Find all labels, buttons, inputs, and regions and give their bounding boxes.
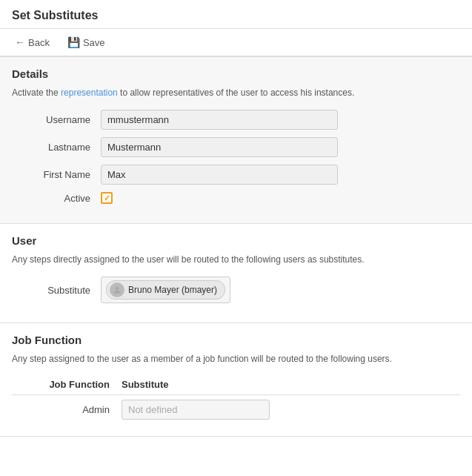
job-function-section: Job Function Any step assigned to the us… — [0, 323, 472, 437]
save-icon: 💾 — [67, 36, 80, 48]
active-checkbox-container — [101, 192, 113, 204]
toolbar: ← Back 💾 Save — [0, 29, 472, 57]
col-job-function-header: Job Function — [12, 376, 116, 395]
save-button[interactable]: 💾 Save — [64, 35, 108, 50]
lastname-row: Lastname — [12, 137, 460, 157]
save-label: Save — [83, 37, 105, 48]
firstname-row: First Name — [12, 165, 460, 185]
user-description: Any steps directly assigned to the user … — [12, 253, 460, 266]
substitute-tag: Bruno Mayer (bmayer) — [106, 280, 225, 300]
lastname-label: Lastname — [12, 142, 101, 153]
details-title: Details — [12, 67, 460, 80]
active-row: Active — [12, 192, 460, 204]
lastname-input[interactable] — [101, 137, 338, 157]
substitute-label: Substitute — [12, 285, 101, 296]
svg-point-0 — [116, 286, 119, 290]
firstname-input[interactable] — [101, 165, 338, 185]
user-section: User Any steps directly assigned to the … — [0, 224, 472, 323]
table-header-row: Job Function Substitute — [12, 376, 460, 395]
table-row: AdminNot defined — [12, 395, 460, 425]
substitute-row: Substitute Bruno Mayer (bmayer) — [12, 277, 460, 303]
username-input[interactable] — [101, 110, 338, 130]
back-button[interactable]: ← Back — [12, 35, 53, 50]
page-title: Set Substitutes — [0, 0, 472, 29]
job-function-description: Any step assigned to the user as a membe… — [12, 352, 460, 366]
col-substitute-header: Substitute — [116, 376, 460, 395]
user-title: User — [12, 234, 460, 247]
substitute-avatar — [110, 282, 124, 297]
back-label: Back — [28, 37, 50, 48]
active-checkbox[interactable] — [101, 192, 113, 204]
not-defined-placeholder[interactable]: Not defined — [122, 400, 270, 420]
job-function-table: Job Function Substitute AdminNot defined — [12, 376, 460, 424]
job-function-title: Job Function — [12, 334, 460, 346]
username-label: Username — [12, 114, 101, 125]
details-description: Activate the representation to allow rep… — [12, 86, 460, 99]
job-function-cell: Admin — [12, 395, 116, 425]
substitute-tag-container[interactable]: Bruno Mayer (bmayer) — [101, 277, 230, 303]
username-row: Username — [12, 110, 460, 130]
active-label: Active — [12, 193, 101, 204]
details-section: Details Activate the representation to a… — [0, 57, 472, 224]
back-icon: ← — [15, 36, 25, 48]
substitute-cell: Not defined — [116, 395, 460, 425]
firstname-label: First Name — [12, 169, 101, 180]
substitute-name: Bruno Mayer (bmayer) — [128, 285, 217, 295]
